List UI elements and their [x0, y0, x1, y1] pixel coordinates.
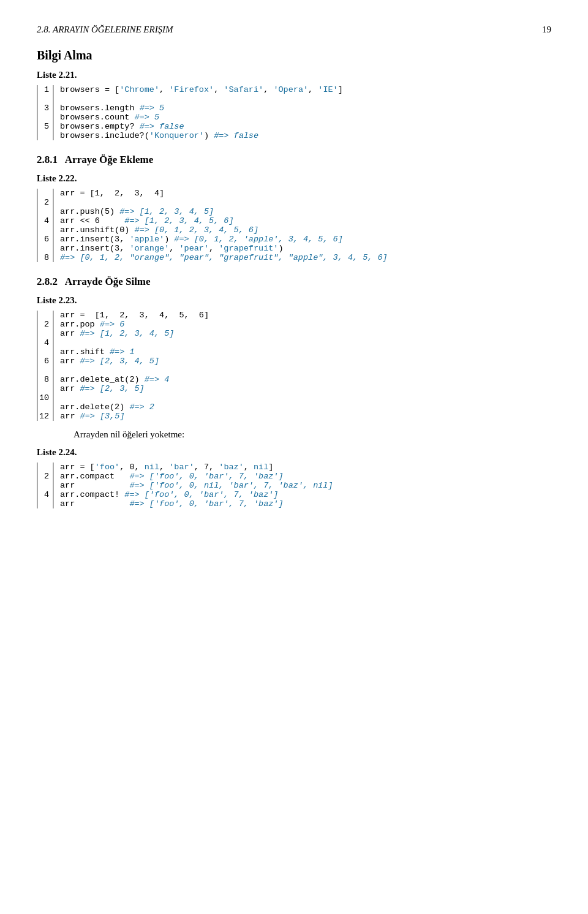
- line-number: 8: [38, 253, 54, 262]
- code-line: 8 arr.delete_at(2) #=> 4: [38, 375, 551, 384]
- line-number-empty: [38, 131, 54, 140]
- code-content: arr.compact! #=> ['foo', 0, 'bar', 7, 'b…: [54, 490, 278, 499]
- code-line: arr.unshift(0) #=> [0, 1, 2, 3, 4, 5, 6]: [38, 225, 551, 235]
- code-content: arr.compact #=> ['foo', 0, 'bar', 7, 'ba…: [54, 472, 284, 481]
- line-number: 12: [38, 412, 54, 421]
- code-line: arr #=> [2, 3, 5]: [38, 384, 551, 393]
- code-content: arr << 6 #=> [1, 2, 3, 4, 5, 6]: [54, 216, 234, 225]
- code-content: arr = ['foo', 0, nil, 'bar', 7, 'baz', n…: [54, 463, 273, 472]
- line-number-empty: [38, 189, 54, 198]
- section-281-title: Arraye Öğe Ekleme: [65, 154, 153, 165]
- code-block-224: arr = ['foo', 0, nil, 'bar', 7, 'baz', n…: [37, 463, 551, 508]
- line-number: 3: [38, 104, 54, 113]
- code-line: 10: [38, 393, 551, 402]
- code-line: 2 arr.pop #=> 6: [38, 320, 551, 329]
- code-content: arr #=> [2, 3, 5]: [54, 384, 145, 393]
- code-block-221: 1 browsers = ['Chrome', 'Firefox', 'Safa…: [37, 85, 551, 140]
- line-number-empty: [38, 481, 54, 490]
- code-line: browsers.count #=> 5: [38, 113, 551, 122]
- code-content: arr #=> [2, 3, 4, 5]: [54, 357, 159, 366]
- code-line: 4: [38, 338, 551, 347]
- code-block-223: arr = [1, 2, 3, 4, 5, 6] 2 arr.pop #=> 6…: [37, 311, 551, 421]
- line-number: 2: [38, 320, 54, 329]
- page-header: 2.8. ARRAYIN ÖĞELERINE ERIŞIM 19: [37, 25, 551, 35]
- code-content: arr.shift #=> 1: [54, 347, 135, 357]
- code-content: #=> [0, 1, 2, "orange", "pear", "grapefr…: [54, 253, 388, 262]
- code-line: arr #=> ['foo', 0, 'bar', 7, 'baz']: [38, 499, 551, 508]
- code-content: [54, 366, 65, 375]
- line-number-empty: [38, 384, 54, 393]
- code-content: arr #=> ['foo', 0, nil, 'bar', 7, 'baz',…: [54, 481, 333, 490]
- section-282-title: Arrayde Öğe Silme: [65, 276, 151, 287]
- section-281-number: 2.8.1: [37, 154, 58, 165]
- code-line: 2 arr.compact #=> ['foo', 0, 'bar', 7, '…: [38, 472, 551, 481]
- page-number: 19: [542, 25, 551, 35]
- section-bilgi-alma-heading: Bilgi Alma: [37, 48, 551, 62]
- section-282-heading: 2.8.2 Arrayde Öğe Silme: [37, 276, 551, 288]
- line-number: 4: [38, 490, 54, 499]
- line-number-empty: [38, 402, 54, 412]
- code-content: arr.delete_at(2) #=> 4: [54, 375, 169, 384]
- code-line: 5 browsers.empty? #=> false: [38, 122, 551, 131]
- code-content: [54, 94, 65, 104]
- code-line: arr = [1, 2, 3, 4]: [38, 189, 551, 198]
- code-content: browsers.count #=> 5: [54, 113, 159, 122]
- code-line: arr #=> [1, 2, 3, 4, 5]: [38, 329, 551, 338]
- code-line: 4 arr.compact! #=> ['foo', 0, 'bar', 7, …: [38, 490, 551, 499]
- code-content: arr = [1, 2, 3, 4]: [54, 189, 164, 198]
- line-number: 8: [38, 375, 54, 384]
- liste-224-label: Liste 2.24.: [37, 447, 551, 458]
- code-line: 2: [38, 198, 551, 207]
- line-number-empty: [38, 329, 54, 338]
- line-number-empty: [38, 94, 54, 104]
- section-282-number: 2.8.2: [37, 276, 58, 287]
- code-line: 6 arr.insert(3, 'apple') #=> [0, 1, 2, '…: [38, 235, 551, 244]
- code-line: arr.push(5) #=> [1, 2, 3, 4, 5]: [38, 207, 551, 216]
- code-line: 12 arr #=> [3,5]: [38, 412, 551, 421]
- code-content: arr #=> [3,5]: [54, 412, 124, 421]
- chapter-title: 2.8. ARRAYIN ÖĞELERINE ERIŞIM: [37, 25, 173, 35]
- code-content: arr #=> ['foo', 0, 'bar', 7, 'baz']: [54, 499, 284, 508]
- line-number-empty: [38, 207, 54, 216]
- code-line: arr = ['foo', 0, nil, 'bar', 7, 'baz', n…: [38, 463, 551, 472]
- code-content: arr.push(5) #=> [1, 2, 3, 4, 5]: [54, 207, 214, 216]
- code-line: 8 #=> [0, 1, 2, "orange", "pear", "grape…: [38, 253, 551, 262]
- code-line: arr.delete(2) #=> 2: [38, 402, 551, 412]
- line-number: 6: [38, 357, 54, 366]
- line-number-empty: [38, 113, 54, 122]
- code-content: arr = [1, 2, 3, 4, 5, 6]: [54, 311, 209, 320]
- code-line: [38, 94, 551, 104]
- code-content: browsers.include?('Konqueror') #=> false: [54, 131, 258, 140]
- code-block-222: arr = [1, 2, 3, 4] 2 arr.push(5) #=> [1,…: [37, 189, 551, 262]
- code-content: arr #=> [1, 2, 3, 4, 5]: [54, 329, 174, 338]
- line-number: 4: [38, 216, 54, 225]
- line-number-empty: [38, 311, 54, 320]
- code-line: 4 arr << 6 #=> [1, 2, 3, 4, 5, 6]: [38, 216, 551, 225]
- liste-222-label: Liste 2.22.: [37, 173, 551, 184]
- code-content: [54, 338, 65, 347]
- line-number-empty: [38, 244, 54, 253]
- section-281-heading: 2.8.1 Arraye Öğe Ekleme: [37, 154, 551, 166]
- line-number-empty: [38, 225, 54, 235]
- line-number-empty: [38, 347, 54, 357]
- code-content: arr.pop #=> 6: [54, 320, 124, 329]
- line-number-empty: [38, 499, 54, 508]
- code-line: 6 arr #=> [2, 3, 4, 5]: [38, 357, 551, 366]
- line-number: 4: [38, 338, 54, 347]
- code-line: 1 browsers = ['Chrome', 'Firefox', 'Safa…: [38, 85, 551, 94]
- code-line: arr.insert(3, 'orange', 'pear', 'grapefr…: [38, 244, 551, 253]
- code-line: 3 browsers.length #=> 5: [38, 104, 551, 113]
- line-number: 2: [38, 198, 54, 207]
- code-line: arr #=> ['foo', 0, nil, 'bar', 7, 'baz',…: [38, 481, 551, 490]
- code-content: arr.delete(2) #=> 2: [54, 402, 154, 412]
- code-line: arr.shift #=> 1: [38, 347, 551, 357]
- line-number: 10: [38, 393, 54, 402]
- code-content: browsers.empty? #=> false: [54, 122, 184, 131]
- line-number-empty: [38, 463, 54, 472]
- liste-223-label: Liste 2.23.: [37, 295, 551, 306]
- nil-section-text: Arrayden nil öğeleri yoketme:: [74, 429, 551, 440]
- code-content: browsers.length #=> 5: [54, 104, 164, 113]
- line-number: 5: [38, 122, 54, 131]
- code-content: browsers = ['Chrome', 'Firefox', 'Safari…: [54, 85, 343, 94]
- line-number: 6: [38, 235, 54, 244]
